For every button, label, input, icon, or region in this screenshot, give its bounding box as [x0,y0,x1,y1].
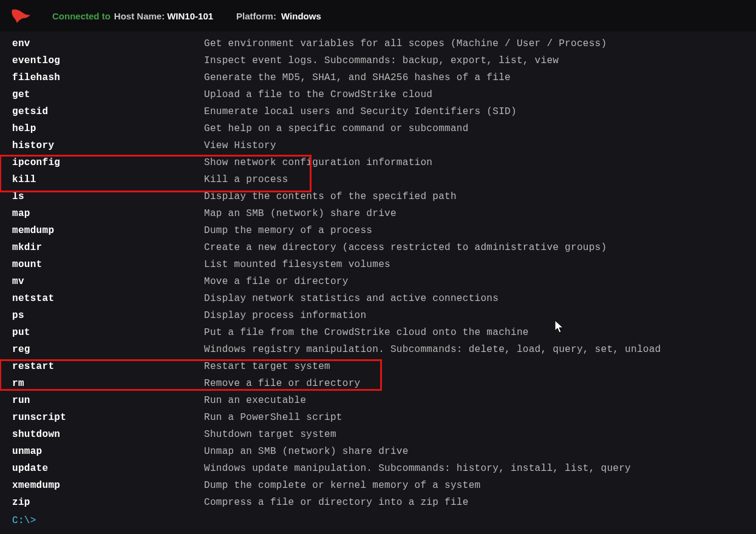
platform-value: Windows [281,11,321,21]
host-name-value: WIN10-101 [167,11,213,21]
command-description: Kill a process [204,171,288,188]
command-description: Windows update manipulation. Subcommands… [204,460,631,477]
command-description: Show network configuration information [204,154,432,171]
command-name: unmap [12,443,204,460]
command-row: updateWindows update manipulation. Subco… [12,460,756,477]
command-name: help [12,120,204,137]
command-description: Put a file from the CrowdStrike cloud on… [204,324,529,341]
command-name: map [12,205,204,222]
command-row: getUpload a file to the CrowdStrike clou… [12,86,756,103]
command-name: get [12,86,204,103]
command-row: restartRestart target system [12,358,756,375]
crowdstrike-logo-icon [11,7,32,24]
command-row: zipCompress a file or directory into a z… [12,494,756,511]
command-name: mkdir [12,239,204,256]
command-row: lsDisplay the contents of the specified … [12,188,756,205]
command-row: helpGet help on a specific command or su… [12,120,756,137]
command-row: psDisplay process information [12,307,756,324]
command-description: Compress a file or directory into a zip … [204,494,469,511]
command-description: Run an executable [204,392,306,409]
command-row: envGet environment variables for all sco… [12,35,756,52]
command-row: rmRemove a file or directory [12,375,756,392]
terminal-output[interactable]: envGet environment variables for all sco… [0,32,756,529]
command-description: Run a PowerShell script [204,409,342,426]
command-name: ipconfig [12,154,204,171]
command-name: ps [12,307,204,324]
connection-header: Connected to Host Name: WIN10-101 Platfo… [0,0,756,32]
command-name: mv [12,273,204,290]
command-name: runscript [12,409,204,426]
command-name: ls [12,188,204,205]
command-name: mount [12,256,204,273]
command-row: eventlogInspect event logs. Subcommands:… [12,52,756,69]
command-name: eventlog [12,52,204,69]
command-row: mvMove a file or directory [12,273,756,290]
command-row: filehashGenerate the MD5, SHA1, and SHA2… [12,69,756,86]
command-name: xmemdump [12,477,204,494]
command-name: shutdown [12,426,204,443]
connected-status: Connected to [52,11,111,21]
command-row: netstatDisplay network statistics and ac… [12,290,756,307]
command-name: env [12,35,204,52]
command-row: memdumpDump the memory of a process [12,222,756,239]
command-row: mapMap an SMB (network) share drive [12,205,756,222]
command-name: reg [12,341,204,358]
command-row: xmemdumpDump the complete or kernel memo… [12,477,756,494]
command-name: filehash [12,69,204,86]
command-description: Shutdown target system [204,426,336,443]
command-name: history [12,137,204,154]
command-row: mkdirCreate a new directory (access rest… [12,239,756,256]
command-name: zip [12,494,204,511]
command-prompt[interactable]: C:\> [12,512,756,529]
command-name: run [12,392,204,409]
command-description: Dump the complete or kernel memory of a … [204,477,480,494]
command-name: rm [12,375,204,392]
command-description: Restart target system [204,358,330,375]
command-description: Inspect event logs. Subcommands: backup,… [204,52,559,69]
command-description: Map an SMB (network) share drive [204,205,397,222]
command-description: Display network statistics and active co… [204,290,499,307]
command-row: historyView History [12,137,756,154]
command-name: getsid [12,103,204,120]
command-description: Remove a file or directory [204,375,360,392]
command-row: runRun an executable [12,392,756,409]
command-description: Unmap an SMB (network) share drive [204,443,409,460]
command-description: List mounted filesystem volumes [204,256,390,273]
command-description: Enumerate local users and Security Ident… [204,103,517,120]
command-name: restart [12,358,204,375]
command-row: shutdownShutdown target system [12,426,756,443]
command-description: Upload a file to the CrowdStrike cloud [204,86,432,103]
command-row: unmapUnmap an SMB (network) share drive [12,443,756,460]
platform-label: Platform: [236,11,276,21]
command-name: memdump [12,222,204,239]
command-row: ipconfigShow network configuration infor… [12,154,756,171]
command-name: netstat [12,290,204,307]
command-description: Create a new directory (access restricte… [204,239,607,256]
command-row: putPut a file from the CrowdStrike cloud… [12,324,756,341]
command-row: regWindows registry manipulation. Subcom… [12,341,756,358]
command-description: Get environment variables for all scopes… [204,35,607,52]
host-name-label: Host Name: [114,11,165,21]
command-description: Get help on a specific command or subcom… [204,120,469,137]
command-description: Generate the MD5, SHA1, and SHA256 hashe… [204,69,511,86]
command-name: update [12,460,204,477]
command-description: Windows registry manipulation. Subcomman… [204,341,661,358]
command-name: put [12,324,204,341]
command-row: killKill a process [12,171,756,188]
command-description: Display the contents of the specified pa… [204,188,457,205]
command-row: getsidEnumerate local users and Security… [12,103,756,120]
command-description: View History [204,137,276,154]
command-row: mountList mounted filesystem volumes [12,256,756,273]
command-description: Dump the memory of a process [204,222,372,239]
command-description: Display process information [204,307,366,324]
command-description: Move a file or directory [204,273,349,290]
command-name: kill [12,171,204,188]
command-row: runscriptRun a PowerShell script [12,409,756,426]
